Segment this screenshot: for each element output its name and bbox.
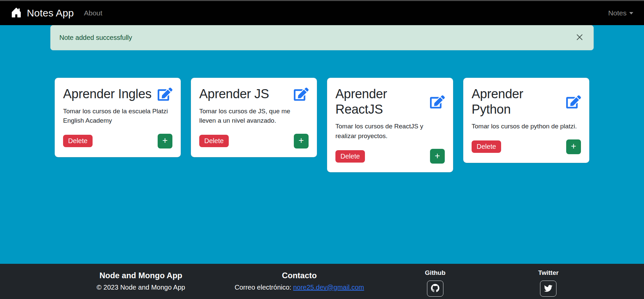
- home-icon: [11, 7, 22, 19]
- edit-pencil-square-icon: [158, 97, 172, 102]
- twitter-button[interactable]: [540, 281, 556, 297]
- note-title: Aprender Python: [472, 86, 564, 117]
- delete-note-button[interactable]: Delete: [472, 140, 501, 153]
- footer-email-label: Correo electrónico:: [234, 284, 293, 291]
- note-title: Aprender JS: [199, 86, 269, 102]
- home-button[interactable]: [11, 7, 22, 19]
- edit-pencil-square-icon: [294, 97, 309, 102]
- github-icon: [431, 284, 439, 293]
- navbar: Notes App About Notes: [0, 1, 644, 25]
- success-alert: Note added successfully: [50, 25, 594, 50]
- note-description: Tomar los cursos de la escuela Platzi En…: [63, 107, 172, 126]
- note-card: Aprender Python Tomar los cursos de pyth…: [463, 78, 589, 163]
- footer-github-title: Github: [367, 269, 503, 277]
- footer-contact-title: Contacto: [231, 271, 367, 280]
- alert-message: Note added successfully: [59, 34, 132, 42]
- edit-note-button[interactable]: [294, 87, 309, 101]
- add-note-button[interactable]: +: [294, 134, 309, 148]
- note-description: Tomar los cursos de python de platzi.: [472, 122, 581, 131]
- app-brand[interactable]: Notes App: [27, 7, 74, 19]
- email-link[interactable]: nore25.dev@gmail.com: [293, 284, 364, 291]
- note-title: Aprender ReactJS: [335, 86, 427, 117]
- delete-note-button[interactable]: Delete: [335, 150, 365, 163]
- add-note-button[interactable]: +: [158, 134, 172, 148]
- close-icon: [576, 34, 583, 42]
- note-card: Aprender ReactJS Tomar los cursos de Rea…: [327, 78, 453, 172]
- main-content: Note added successfully Aprender Ingles …: [0, 25, 644, 264]
- edit-pencil-square-icon: [566, 105, 581, 110]
- edit-note-button[interactable]: [566, 95, 581, 109]
- note-description: Tomar los cursos de JS, que me lleven a …: [199, 107, 309, 126]
- notes-dropdown-label: Notes: [608, 9, 627, 17]
- note-card: Aprender JS Tomar los cursos de JS, que …: [191, 78, 317, 157]
- delete-note-button[interactable]: Delete: [199, 135, 229, 147]
- alert-close-button[interactable]: [575, 32, 585, 43]
- github-button[interactable]: [427, 281, 443, 297]
- nav-link-about[interactable]: About: [84, 9, 102, 17]
- footer-app-title: Node and Mongo App: [50, 271, 231, 280]
- add-note-button[interactable]: +: [430, 149, 445, 164]
- notes-dropdown[interactable]: Notes: [608, 9, 633, 17]
- edit-note-button[interactable]: [430, 95, 445, 109]
- add-note-button[interactable]: +: [566, 139, 581, 154]
- footer: Node and Mongo App © 2023 Node and Mongo…: [0, 264, 644, 299]
- note-title: Aprender Ingles: [63, 86, 152, 102]
- edit-pencil-square-icon: [430, 105, 445, 110]
- footer-copyright: © 2023 Node and Mongo App: [50, 284, 231, 291]
- footer-twitter-title: Twitter: [503, 269, 594, 277]
- note-description: Tomar los cursos de ReactJS y realizar p…: [335, 122, 445, 141]
- twitter-icon: [544, 284, 552, 293]
- delete-note-button[interactable]: Delete: [63, 135, 93, 147]
- notes-list: Aprender Ingles Tomar los cursos de la e…: [50, 78, 594, 172]
- chevron-down-icon: [629, 12, 633, 14]
- note-card: Aprender Ingles Tomar los cursos de la e…: [55, 78, 181, 157]
- edit-note-button[interactable]: [158, 87, 172, 101]
